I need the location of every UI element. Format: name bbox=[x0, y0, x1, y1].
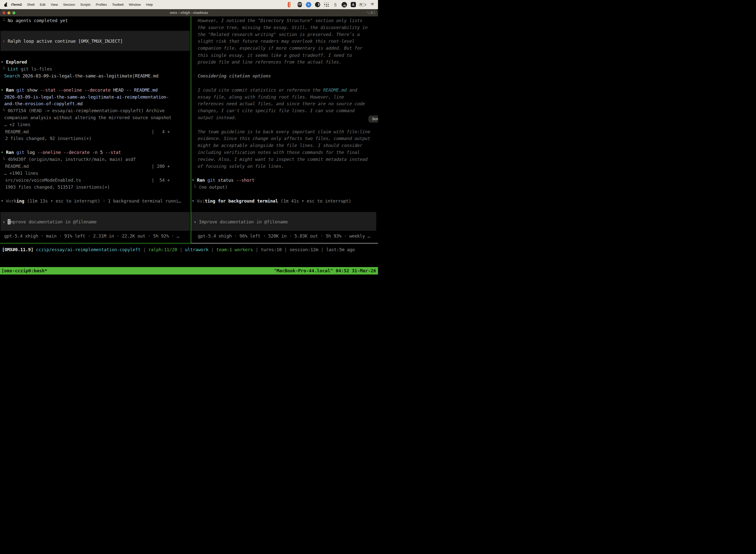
left-pane-border bbox=[0, 243, 191, 243]
menu-item-session[interactable]: Session bbox=[63, 3, 75, 6]
omx-session-status-bar: [OMX#0.11.9] cczip/essay/ai-reimplementa… bbox=[2, 246, 355, 253]
section-glyph-icon[interactable]: § bbox=[332, 2, 338, 8]
terminal-line: might be acceptable alongside the file l… bbox=[198, 142, 362, 149]
terminal-content: └ No agents completed yet › Ralph loop a… bbox=[0, 16, 378, 267]
terminal-line: README.md | 280 + bbox=[5, 163, 170, 170]
terminal-line: 2 files changed, 92 insertions(+) bbox=[5, 135, 91, 142]
terminal-line: provide file and line references from th… bbox=[198, 59, 341, 65]
menu-bar-status-icons: ϟ § ..61 A ϟ bbox=[288, 0, 375, 9]
badge-61-icon[interactable]: ..61 bbox=[341, 2, 347, 8]
left-model-status-line: gpt-5.4 xhigh · main · 91% left · 2.31M … bbox=[4, 233, 179, 239]
window-title-bar[interactable]: omx --xhigh --madmax ⌥⌘1 bbox=[0, 9, 378, 16]
a-app-icon[interactable]: A bbox=[350, 2, 356, 8]
menu-item-help[interactable]: Help bbox=[146, 3, 153, 6]
terminal-line: this single essay, it seems like a good … bbox=[198, 52, 352, 59]
menu-item-shell[interactable]: Shell bbox=[27, 3, 35, 6]
right-prompt-text[interactable]: › Improve documentation in @filename bbox=[194, 218, 288, 225]
terminal-line: The team guideline is to back every impo… bbox=[198, 128, 370, 135]
tmux-session-name[interactable]: [omx-cczip0:bash* bbox=[1, 267, 47, 275]
terminal-line: output instead. bbox=[198, 114, 237, 121]
menu-items: iTerm2ShellEditViewSessionScriptsProfile… bbox=[11, 3, 153, 6]
apple-menu-icon[interactable] bbox=[4, 3, 8, 7]
terminal-line: └ List git ls-files bbox=[2, 65, 52, 72]
waiting-status-line: • Waiting for background terminal (1m 41… bbox=[192, 198, 351, 205]
terminal-line: src/voice/voiceModeEnabled.ts | 54 + bbox=[5, 177, 170, 184]
terminal-line: └ 4b9d30f (origin/main, instructkr/main,… bbox=[2, 156, 136, 163]
terminal-line: the "Related research writing" section i… bbox=[198, 31, 360, 38]
terminal-line: of focusing solely on file lines. bbox=[198, 163, 284, 170]
menu-item-iterm2[interactable]: iTerm2 bbox=[11, 3, 22, 6]
terminal-line: review. Also, I might want to inspect th… bbox=[198, 156, 368, 163]
terminal-line: I could cite commit statistics or refere… bbox=[198, 87, 357, 94]
battery-icon[interactable]: ϟ bbox=[359, 2, 367, 8]
terminal-line: references need actual files, and since … bbox=[198, 100, 365, 107]
terminal-line: 1903 files changed, 513517 insertions(+) bbox=[5, 184, 110, 190]
menu-item-view[interactable]: View bbox=[51, 3, 58, 6]
terminal-line: including verification notes with those … bbox=[198, 149, 360, 156]
window-title: omx --xhigh --madmax bbox=[0, 9, 378, 16]
terminal-line: 2026-03-09-is-legal-the-same-as-legitima… bbox=[4, 94, 169, 101]
tmux-status-bar: [omx-cczip0:bash* "MacBook-Pro-44.local"… bbox=[0, 267, 378, 275]
terminal-line: companion analysis without altering the … bbox=[4, 114, 171, 121]
terminal-line: └ No agents completed yet bbox=[2, 17, 68, 24]
terminal-line: └ 067f154 (HEAD -> essay/ai-reimplementa… bbox=[2, 107, 165, 114]
terminal-line: changes, I can't cite specific file line… bbox=[198, 107, 355, 114]
menu-item-scripts[interactable]: Scripts bbox=[80, 3, 90, 6]
terminal-line: slight risk that future readers may over… bbox=[198, 38, 355, 45]
terminal-line: Search 2026-03-09-is-legal-the-same-as-l… bbox=[4, 72, 159, 79]
window-shortcut-badge: ⌥⌘1 bbox=[366, 9, 376, 16]
macos-menu-bar: iTerm2ShellEditViewSessionScriptsProfile… bbox=[0, 0, 378, 9]
right-model-status-line: gpt-5.4 xhigh · 96% left · 520K in · 5.8… bbox=[198, 233, 370, 239]
dots-grid-icon[interactable] bbox=[323, 2, 329, 8]
blue-bolt-app-icon[interactable]: ϟ bbox=[306, 2, 312, 8]
terminal-line: and-the-erosion-of-copyleft.md bbox=[4, 100, 82, 107]
screen-notification-text: Scre bbox=[372, 117, 378, 121]
terminal-line: └ (no output) bbox=[193, 184, 228, 190]
menu-item-toolbelt[interactable]: Toolbelt bbox=[112, 3, 124, 6]
wifi-icon[interactable] bbox=[370, 2, 375, 7]
terminal-line: • Ran git log --oneline --decorate -n 5 … bbox=[1, 149, 121, 156]
pane-divider[interactable] bbox=[191, 16, 191, 243]
shield-keypad-icon[interactable] bbox=[297, 2, 303, 8]
chat-app-icon[interactable] bbox=[288, 2, 294, 8]
terminal-line: … +1901 lines bbox=[4, 170, 38, 177]
terminal-line: • Ran git status --short bbox=[192, 177, 254, 184]
desktop: iTerm2ShellEditViewSessionScriptsProfile… bbox=[0, 0, 378, 277]
terminal-line: evidence. Since this change only affects… bbox=[198, 135, 370, 142]
terminal-line: essay file, along with finding root file… bbox=[198, 94, 344, 101]
menu-item-profiles[interactable]: Profiles bbox=[96, 3, 107, 6]
terminal-line: the source tree, missing the essay. Stil… bbox=[198, 24, 368, 31]
tmux-host-clock: "MacBook-Pro-44.local" 04:52 31-Mar-26 bbox=[274, 267, 376, 275]
menu-item-window[interactable]: Window bbox=[129, 3, 141, 6]
terminal-line: companion file, especially if more comme… bbox=[198, 45, 362, 52]
right-pane-border bbox=[191, 243, 378, 243]
thinking-section-heading: Considering citation options bbox=[198, 72, 271, 79]
terminal-line: README.md | 4 + bbox=[5, 128, 170, 135]
menu-item-edit[interactable]: Edit bbox=[40, 3, 45, 6]
terminal-line: • Ran git show --stat --oneline --decora… bbox=[1, 87, 158, 94]
injected-prompt-text: › Ralph loop active continue [OMX_TMUX_I… bbox=[2, 38, 123, 45]
terminal-line: … +2 lines bbox=[4, 121, 30, 128]
moon-toggle-icon[interactable] bbox=[315, 2, 320, 8]
left-prompt-text[interactable]: › Improve documentation in @filename bbox=[2, 218, 97, 225]
terminal-line: • Explored bbox=[1, 59, 27, 65]
screen-notification-popup[interactable]: Scre bbox=[369, 116, 378, 122]
working-status-line: • Working (11m 13s • esc to interrupt) ·… bbox=[1, 198, 181, 205]
terminal-line: However, I noticed the "Directory Struct… bbox=[198, 17, 362, 24]
